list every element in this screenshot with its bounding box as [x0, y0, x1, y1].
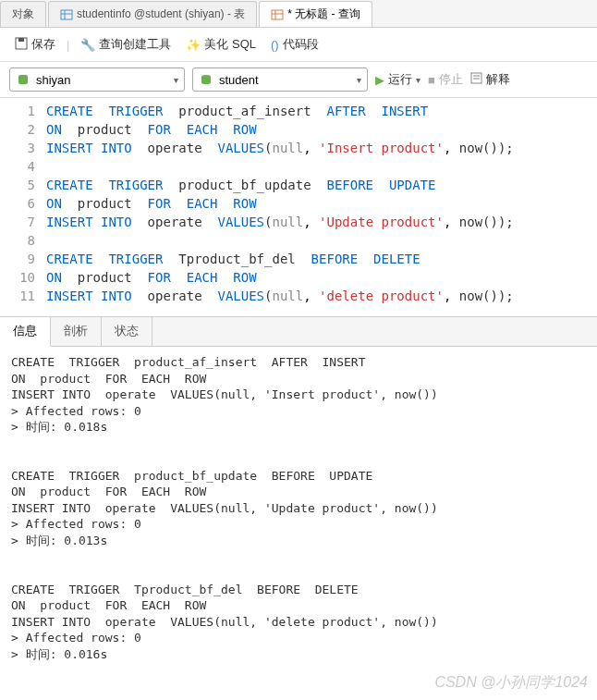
connection-dropdown[interactable]: shiyan ▾	[9, 68, 185, 92]
stop-button: ■ 停止	[428, 71, 463, 88]
code-snippet-button[interactable]: () 代码段	[265, 33, 324, 55]
save-button[interactable]: 保存	[9, 33, 61, 55]
svg-rect-7	[18, 38, 24, 42]
query-builder-label: 查询创建工具	[99, 36, 171, 53]
save-icon	[15, 37, 28, 53]
connection-row: shiyan ▾ student ▾ ▶ 运行 ▾ ■ 停止 解释	[0, 62, 597, 98]
window-tabs: 对象 studentinfo @student (shiyan) - 表 * 无…	[0, 0, 597, 28]
run-button[interactable]: ▶ 运行 ▾	[375, 71, 420, 88]
result-tabs: 信息 剖析 状态	[0, 316, 597, 347]
explain-button[interactable]: 解释	[470, 71, 510, 88]
svg-point-11	[201, 80, 211, 84]
svg-rect-3	[272, 10, 283, 19]
line-gutter: 1234567891011	[0, 102, 46, 305]
database-icon	[199, 72, 213, 87]
save-label: 保存	[31, 36, 55, 53]
chevron-down-icon: ▾	[357, 75, 361, 85]
svg-rect-8	[18, 75, 28, 84]
tool-icon: 🔧	[80, 38, 95, 52]
beautify-button[interactable]: ✨ 美化 SQL	[180, 33, 262, 55]
explain-label: 解释	[486, 71, 510, 88]
tab-label: studentinfo @student (shiyan) - 表	[77, 6, 245, 22]
toolbar: 保存 | 🔧 查询创建工具 ✨ 美化 SQL () 代码段	[0, 28, 597, 62]
beautify-label: 美化 SQL	[204, 36, 256, 53]
query-icon	[271, 8, 284, 21]
stop-icon: ■	[428, 73, 435, 87]
connection-icon	[16, 72, 30, 87]
separator: |	[67, 38, 69, 52]
tab-info[interactable]: 信息	[0, 317, 51, 347]
database-dropdown[interactable]: student ▾	[192, 68, 368, 92]
sql-editor[interactable]: 1234567891011 CREATE TRIGGER product_af_…	[0, 98, 597, 309]
explain-icon	[470, 72, 482, 87]
code-label: 代码段	[283, 36, 319, 53]
chevron-down-icon: ▾	[174, 75, 178, 85]
tab-label: 对象	[12, 6, 34, 22]
table-icon	[60, 8, 73, 21]
connection-value: shiyan	[36, 73, 168, 87]
code-area[interactable]: CREATE TRIGGER product_af_insert AFTER I…	[46, 102, 597, 305]
wand-icon: ✨	[186, 38, 201, 52]
tab-table[interactable]: studentinfo @student (shiyan) - 表	[48, 1, 257, 27]
database-value: student	[219, 73, 351, 87]
play-icon: ▶	[375, 73, 384, 87]
code-icon: ()	[271, 38, 279, 52]
stop-label: 停止	[439, 71, 463, 88]
tab-profile[interactable]: 剖析	[51, 317, 102, 346]
svg-rect-0	[61, 10, 72, 19]
output-panel: CREATE TRIGGER product_af_insert AFTER I…	[0, 347, 597, 669]
query-builder-button[interactable]: 🔧 查询创建工具	[75, 33, 177, 55]
tab-label: * 无标题 - 查询	[287, 6, 360, 22]
tab-query[interactable]: * 无标题 - 查询	[259, 1, 372, 27]
tab-objects[interactable]: 对象	[0, 1, 46, 27]
tab-status[interactable]: 状态	[102, 317, 152, 346]
chevron-down-icon: ▾	[416, 75, 420, 85]
run-label: 运行	[388, 71, 412, 88]
